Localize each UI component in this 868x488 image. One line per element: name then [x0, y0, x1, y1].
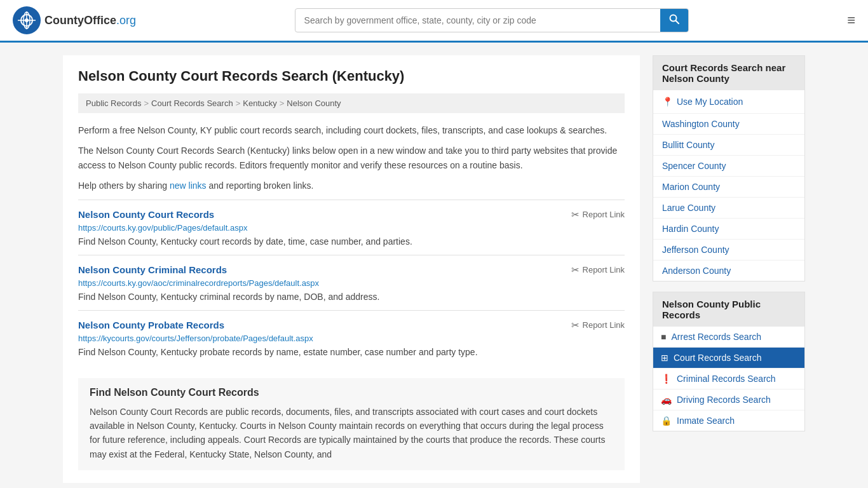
list-item[interactable]: Bullitt County: [653, 135, 804, 156]
breadcrumb-court-records[interactable]: Court Records Search: [151, 98, 233, 108]
nearby-counties-list: Washington County Bullitt County Spencer…: [653, 114, 804, 281]
arrest-icon: ■: [661, 332, 666, 342]
report-icon-probate: ✂: [571, 320, 580, 331]
use-my-location-item[interactable]: 📍 Use My Location: [653, 90, 804, 114]
menu-icon[interactable]: ≡: [847, 12, 855, 29]
page-body: Nelson County Court Records Search (Kent…: [53, 43, 815, 488]
county-link[interactable]: Larue County: [653, 198, 804, 218]
breadcrumb-current: Nelson County: [287, 98, 341, 108]
record-desc-probate: Find Nelson County, Kentucky probate rec…: [78, 346, 625, 359]
record-desc-court: Find Nelson County, Kentucky court recor…: [78, 235, 625, 248]
county-link[interactable]: Anderson County: [653, 261, 804, 281]
record-url-court: https://courts.ky.gov/public/Pages/defau…: [78, 223, 625, 233]
arrest-records-link[interactable]: Arrest Records Search: [671, 332, 761, 342]
sidebar-public-records-box: Nelson County Public Records ■ Arrest Re…: [653, 292, 805, 431]
sidebar-public-records-header: Nelson County Public Records: [653, 292, 804, 327]
main-content: Nelson County Court Records Search (Kent…: [63, 55, 640, 483]
intro-paragraph-1: Perform a free Nelson County, KY public …: [78, 123, 625, 137]
location-pin-icon: 📍: [662, 97, 673, 107]
list-item[interactable]: Spencer County: [653, 156, 804, 177]
sidebar-nearby-header: Court Records Search near Nelson County: [653, 56, 804, 90]
list-item[interactable]: Anderson County: [653, 261, 804, 281]
inmate-search-link[interactable]: Inmate Search: [677, 416, 735, 426]
find-section-text: Nelson County Court Records are public r…: [90, 405, 613, 462]
record-desc-criminal: Find Nelson County, Kentucky criminal re…: [78, 290, 625, 304]
court-icon: ⊞: [661, 353, 668, 363]
sidebar-nearby-box: Court Records Search near Nelson County …: [653, 55, 805, 281]
criminal-icon: ❗: [661, 374, 672, 384]
report-link-court[interactable]: ✂ Report Link: [571, 209, 625, 220]
svg-point-5: [25, 18, 29, 22]
records-list: Nelson County Court Records ✂ Report Lin…: [78, 200, 625, 365]
county-link[interactable]: Bullitt County: [653, 135, 804, 155]
intro-paragraph-2: The Nelson County Court Records Search (…: [78, 144, 625, 172]
report-icon-criminal: ✂: [571, 264, 580, 276]
record-item-court: Nelson County Court Records ✂ Report Lin…: [78, 200, 625, 255]
county-link[interactable]: Washington County: [653, 114, 804, 134]
record-item-criminal: Nelson County Criminal Records ✂ Report …: [78, 255, 625, 310]
county-link[interactable]: Jefferson County: [653, 240, 804, 260]
record-url-criminal: https://courts.ky.gov/aoc/criminalrecord…: [78, 278, 625, 288]
list-item[interactable]: ■ Arrest Records Search: [653, 327, 804, 348]
search-button[interactable]: [660, 9, 688, 32]
search-input[interactable]: [295, 10, 660, 30]
list-item[interactable]: Jefferson County: [653, 240, 804, 261]
list-item[interactable]: Hardin County: [653, 219, 804, 240]
inmate-icon: 🔒: [661, 416, 672, 426]
logo-text: CountyOffice.org: [44, 14, 136, 27]
record-title-criminal[interactable]: Nelson County Criminal Records: [78, 264, 227, 275]
county-link[interactable]: Hardin County: [653, 219, 804, 239]
list-item[interactable]: ❗ Criminal Records Search: [653, 369, 804, 390]
list-item[interactable]: Marion County: [653, 177, 804, 198]
record-title-probate[interactable]: Nelson County Probate Records: [78, 320, 224, 330]
logo-icon: [13, 6, 41, 34]
sidebar: Court Records Search near Nelson County …: [653, 55, 805, 483]
county-link[interactable]: Marion County: [653, 177, 804, 197]
public-records-list: ■ Arrest Records Search ⊞ Court Records …: [653, 327, 804, 431]
find-section-heading: Find Nelson County Court Records: [90, 387, 613, 398]
report-icon-court: ✂: [571, 209, 580, 220]
record-item-probate: Nelson County Probate Records ✂ Report L…: [78, 310, 625, 365]
court-records-link[interactable]: Court Records Search: [674, 353, 762, 363]
header: CountyOffice.org ≡: [0, 0, 868, 43]
driving-icon: 🚗: [661, 395, 672, 405]
page-title: Nelson County Court Records Search (Kent…: [78, 68, 625, 85]
logo-area: CountyOffice.org: [13, 6, 136, 34]
new-links-link[interactable]: new links: [170, 180, 207, 191]
report-link-probate[interactable]: ✂ Report Link: [571, 320, 625, 331]
search-bar: [295, 8, 689, 32]
driving-records-link[interactable]: Driving Records Search: [677, 395, 771, 405]
svg-line-7: [675, 21, 679, 24]
report-link-criminal[interactable]: ✂ Report Link: [571, 264, 625, 276]
list-item-active[interactable]: ⊞ Court Records Search: [653, 348, 804, 369]
criminal-records-link[interactable]: Criminal Records Search: [677, 374, 776, 384]
record-title-court[interactable]: Nelson County Court Records: [78, 209, 214, 220]
list-item[interactable]: Washington County: [653, 114, 804, 135]
county-link[interactable]: Spencer County: [653, 156, 804, 176]
list-item[interactable]: Larue County: [653, 198, 804, 219]
list-item[interactable]: 🔒 Inmate Search: [653, 410, 804, 431]
record-url-probate: https://kycourts.gov/courts/Jefferson/pr…: [78, 334, 625, 343]
intro-paragraph-3: Help others by sharing new links and rep…: [78, 179, 625, 193]
find-section: Find Nelson County Court Records Nelson …: [78, 378, 625, 471]
breadcrumb: Public Records > Court Records Search > …: [78, 93, 625, 113]
breadcrumb-public-records[interactable]: Public Records: [86, 98, 141, 108]
use-my-location-link[interactable]: Use My Location: [677, 97, 743, 107]
breadcrumb-kentucky[interactable]: Kentucky: [243, 98, 276, 108]
list-item[interactable]: 🚗 Driving Records Search: [653, 390, 804, 410]
